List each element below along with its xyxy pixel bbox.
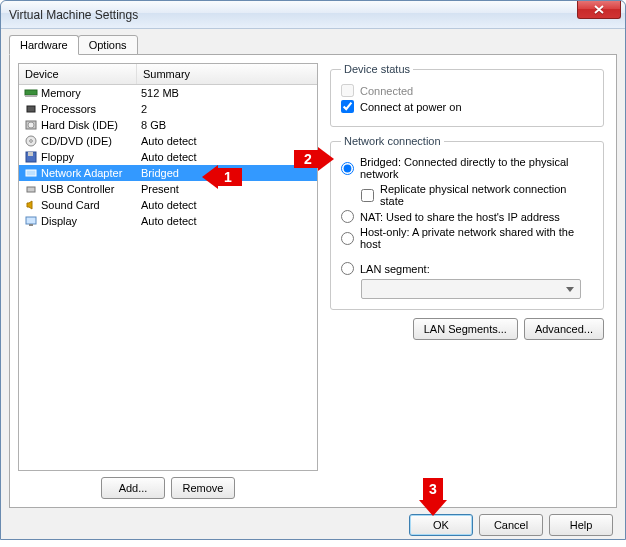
network-connection-group: Network connection Bridged: Connected di… <box>330 135 604 310</box>
cell-summary: 512 MB <box>141 87 313 99</box>
network-legend: Network connection <box>341 135 444 147</box>
cell-summary: Present <box>141 183 313 195</box>
connected-label: Connected <box>360 85 413 97</box>
row-harddisk[interactable]: Hard Disk (IDE) 8 GB <box>19 117 317 133</box>
table-header: Device Summary <box>19 64 317 85</box>
cell-summary: Auto detect <box>141 135 313 147</box>
row-processors[interactable]: Processors 2 <box>19 101 317 117</box>
device-table: Device Summary Memory 512 MB Processors … <box>18 63 318 471</box>
device-buttons: Add... Remove <box>18 477 318 499</box>
cell-summary: Auto detect <box>141 151 313 163</box>
client-area: Hardware Options Device Summary Memory 5… <box>1 29 625 539</box>
tab-panel: Device Summary Memory 512 MB Processors … <box>9 54 617 508</box>
row-network-adapter[interactable]: Network Adapter Bridged <box>19 165 317 181</box>
cell-device: CD/DVD (IDE) <box>41 135 141 147</box>
lansegment-radio[interactable] <box>341 262 354 275</box>
hdd-icon <box>23 118 39 132</box>
row-usb[interactable]: USB Controller Present <box>19 181 317 197</box>
usb-icon <box>23 182 39 196</box>
replicate-checkbox[interactable] <box>361 189 374 202</box>
cell-device: Sound Card <box>41 199 141 211</box>
connect-poweron-row[interactable]: Connect at power on <box>341 100 593 113</box>
replicate-label: Replicate physical network connection st… <box>380 183 593 207</box>
svg-point-4 <box>28 122 34 128</box>
net-icon <box>23 166 39 180</box>
device-status-legend: Device status <box>341 63 413 75</box>
table-body: Memory 512 MB Processors 2 Hard Disk (ID… <box>19 85 317 470</box>
svg-rect-0 <box>25 90 37 95</box>
cpu-icon <box>23 102 39 116</box>
row-sound[interactable]: Sound Card Auto detect <box>19 197 317 213</box>
hostonly-label: Host-only: A private network shared with… <box>360 226 593 250</box>
cell-summary: Auto detect <box>141 199 313 211</box>
sound-icon <box>23 198 39 212</box>
cell-device: Display <box>41 215 141 227</box>
cell-device: Network Adapter <box>41 167 141 179</box>
titlebar: Virtual Machine Settings <box>1 1 625 29</box>
hostonly-radio-row[interactable]: Host-only: A private network shared with… <box>341 226 593 250</box>
nat-radio[interactable] <box>341 210 354 223</box>
remove-button[interactable]: Remove <box>171 477 235 499</box>
tab-options[interactable]: Options <box>78 35 138 55</box>
cell-device: Processors <box>41 103 141 115</box>
ok-button[interactable]: OK <box>409 514 473 536</box>
svg-point-6 <box>30 140 33 143</box>
advanced-button[interactable]: Advanced... <box>524 318 604 340</box>
connect-poweron-checkbox[interactable] <box>341 100 354 113</box>
connected-checkbox-row[interactable]: Connected <box>341 84 593 97</box>
cell-summary: Auto detect <box>141 215 313 227</box>
lansegment-label: LAN segment: <box>360 263 430 275</box>
bridged-label: Bridged: Connected directly to the physi… <box>360 156 593 180</box>
hostonly-radio[interactable] <box>341 232 354 245</box>
tabstrip: Hardware Options <box>9 35 617 55</box>
bridged-radio[interactable] <box>341 162 354 175</box>
settings-window: Virtual Machine Settings Hardware Option… <box>0 0 626 540</box>
nat-radio-row[interactable]: NAT: Used to share the host's IP address <box>341 210 593 223</box>
replicate-row[interactable]: Replicate physical network connection st… <box>361 183 593 207</box>
bridged-radio-row[interactable]: Bridged: Connected directly to the physi… <box>341 156 593 180</box>
cell-summary: Bridged <box>141 167 313 179</box>
svg-rect-11 <box>26 217 36 224</box>
cell-device: Memory <box>41 87 141 99</box>
network-buttons: LAN Segments... Advanced... <box>330 318 604 340</box>
row-memory[interactable]: Memory 512 MB <box>19 85 317 101</box>
svg-rect-12 <box>29 224 33 226</box>
svg-rect-9 <box>26 170 36 176</box>
connected-checkbox <box>341 84 354 97</box>
lansegment-combo[interactable] <box>361 279 581 299</box>
header-summary[interactable]: Summary <box>137 64 317 84</box>
lansegment-radio-row[interactable]: LAN segment: <box>341 262 593 275</box>
cell-summary: 2 <box>141 103 313 115</box>
memory-icon <box>23 86 39 100</box>
device-list-pane: Device Summary Memory 512 MB Processors … <box>18 63 318 499</box>
cancel-button[interactable]: Cancel <box>479 514 543 536</box>
add-button[interactable]: Add... <box>101 477 165 499</box>
device-status-group: Device status Connected Connect at power… <box>330 63 604 127</box>
cell-summary: 8 GB <box>141 119 313 131</box>
floppy-icon <box>23 150 39 164</box>
close-button[interactable] <box>577 1 621 19</box>
cd-icon <box>23 134 39 148</box>
cell-device: Hard Disk (IDE) <box>41 119 141 131</box>
connect-poweron-label: Connect at power on <box>360 101 462 113</box>
lan-segments-button[interactable]: LAN Segments... <box>413 318 518 340</box>
details-pane: Device status Connected Connect at power… <box>318 63 608 499</box>
row-cddvd[interactable]: CD/DVD (IDE) Auto detect <box>19 133 317 149</box>
help-button[interactable]: Help <box>549 514 613 536</box>
cell-device: USB Controller <box>41 183 141 195</box>
row-display[interactable]: Display Auto detect <box>19 213 317 229</box>
header-device[interactable]: Device <box>19 64 137 84</box>
window-title: Virtual Machine Settings <box>9 8 138 22</box>
tab-hardware[interactable]: Hardware <box>9 35 79 55</box>
display-icon <box>23 214 39 228</box>
svg-rect-10 <box>27 187 35 192</box>
svg-rect-1 <box>25 95 37 97</box>
nat-label: NAT: Used to share the host's IP address <box>360 211 560 223</box>
dialog-buttons: OK Cancel Help <box>9 508 617 538</box>
close-icon <box>594 5 604 14</box>
cell-device: Floppy <box>41 151 141 163</box>
svg-rect-8 <box>28 152 33 156</box>
row-floppy[interactable]: Floppy Auto detect <box>19 149 317 165</box>
svg-rect-2 <box>27 106 35 112</box>
